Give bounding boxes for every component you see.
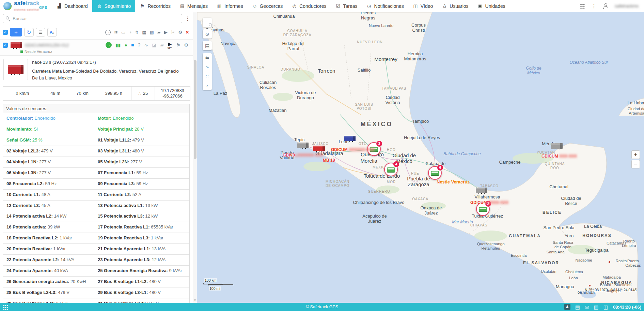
- map-scale: 100 km 100 mi: [203, 278, 233, 291]
- nav-tab-recorridos[interactable]: ⚑Recorridos: [135, 0, 175, 12]
- unit-name-redacted[interactable]: GDICUM0001250-012: [25, 43, 76, 48]
- media-icon[interactable]: ▨: [594, 305, 599, 310]
- sidebar-scrollbar[interactable]: ▼: [193, 12, 197, 303]
- quick-track-icon[interactable]: →: [105, 30, 111, 35]
- question-icon[interactable]: ?: [138, 43, 140, 47]
- sensor-cell: 31 Bus B voltage L2-N: 277 V: [94, 298, 189, 303]
- map-area[interactable]: ChihuahuaPiedras NegrasGuaymasNuevo Lare…: [197, 12, 644, 303]
- nav-tab-notificaciones[interactable]: ◷Notificaciones: [362, 0, 408, 12]
- playback-icon[interactable]: ▶: [164, 30, 168, 34]
- unit-photo[interactable]: [3, 59, 28, 80]
- notes-icon[interactable]: ▤: [575, 305, 580, 310]
- close-icon[interactable]: ×: [186, 29, 189, 35]
- gps-playback-icon[interactable]: ▶gps: [168, 42, 172, 48]
- map-unit-label[interactable]: GDICUM XXXXXX-XXX: [331, 147, 375, 152]
- nav-tab-conductores[interactable]: ◎Conductores: [287, 0, 331, 12]
- speed-value: 0 km/h: [3, 86, 42, 101]
- truck-marker-blue-leon[interactable]: [344, 136, 356, 141]
- sensor-cell: 28 Bus B voltage L2-L3: 479 V: [3, 287, 94, 298]
- expand-chevron-icon[interactable]: ›: [206, 83, 208, 88]
- nav-tab-mensajes[interactable]: ▤Mensajes: [175, 0, 212, 12]
- scrollbar-thumb[interactable]: [194, 60, 197, 159]
- map-search-icon[interactable]: [203, 18, 212, 27]
- zoom-out-button[interactable]: −: [631, 160, 640, 168]
- photos-icon[interactable]: ▨: [150, 30, 154, 34]
- logo-tagline: sistema satelital: [14, 8, 39, 11]
- battery-charge-icon[interactable]: ↯: [135, 30, 139, 34]
- wrench-icon[interactable]: ⚙: [178, 30, 182, 34]
- mileage-value: 70 km: [69, 86, 96, 101]
- search-options-icon[interactable]: ⋮: [185, 16, 190, 21]
- nav-tab-dashboard[interactable]: ▟Dashboard: [52, 0, 92, 12]
- measure-distance-icon[interactable]: ⇆: [205, 55, 209, 60]
- track-curve-icon[interactable]: ∿: [144, 43, 148, 47]
- gauge-icon[interactable]: ◔: [129, 30, 131, 34]
- moving-status-icon[interactable]: →: [106, 42, 112, 48]
- pause-status-icon[interactable]: ▮▮: [115, 43, 121, 47]
- film-events-icon[interactable]: ▦: [142, 30, 146, 34]
- truck-marker-grey-merida[interactable]: [551, 143, 563, 149]
- selected-square-icon[interactable]: ■: [131, 43, 134, 47]
- flag-icon[interactable]: ⚐: [171, 30, 175, 34]
- add-unit-button[interactable]: +: [10, 28, 22, 36]
- scroll-down-icon[interactable]: ▼: [193, 299, 197, 302]
- map-canvas[interactable]: [197, 12, 644, 303]
- nav-tab-informes[interactable]: ▥Informes: [212, 0, 247, 12]
- list-menu-button[interactable]: ☰: [36, 28, 45, 36]
- unit-checkbox[interactable]: ✓: [3, 43, 8, 48]
- truck-marker-red-guadalajara[interactable]: [313, 146, 325, 151]
- nav-tab-seguimiento[interactable]: ◍Seguimiento: [92, 0, 136, 12]
- apps-grid-icon[interactable]: [580, 3, 585, 9]
- unit-group-row: Nestle Veracruz: [20, 49, 190, 54]
- globe-tracking-icon: ◍: [97, 3, 102, 9]
- events-signal-icon[interactable]: ≋: [114, 30, 118, 34]
- messages-icon: ▤: [179, 3, 185, 9]
- monitor-icon[interactable]: ▭: [121, 30, 125, 34]
- sensor-row: 06 Voltaje L3N: 277 V07 Frecuencia L1: 5…: [3, 168, 189, 179]
- map-unit-label[interactable]: GDICUM XXX-XXX: [541, 154, 577, 159]
- nav-tab-usuarios[interactable]: ♙Usuarios: [437, 0, 473, 12]
- cluster-tool-icon[interactable]: ∷: [206, 74, 208, 79]
- search-input[interactable]: [3, 14, 182, 23]
- camera-icon[interactable]: ▰: [157, 30, 161, 34]
- panel-icon[interactable]: ◫: [603, 305, 608, 310]
- username-redacted[interactable]: safetrackmx: [615, 3, 639, 9]
- overflow-menu-icon[interactable]: ⋮: [591, 3, 597, 9]
- account-icon[interactable]: [603, 3, 609, 9]
- nav-tab-vídeo[interactable]: ◫Vídeo: [408, 0, 438, 12]
- sort-button[interactable]: A↓: [47, 28, 57, 36]
- unit-flag-icon[interactable]: ⚑: [176, 43, 180, 47]
- video-camera-icon[interactable]: ▰: [160, 43, 164, 47]
- nav-tab-label: Notificaciones: [374, 3, 404, 9]
- truck-marker-grey-puerto-vallarta[interactable]: [297, 143, 309, 148]
- top-navigation: safetrack sistema satelitalGPS ▟Dashboar…: [0, 0, 644, 12]
- sensor-row: 30 Bus B voltage L1-N: 277 V31 Bus B vol…: [3, 298, 189, 303]
- status-apps-grid-icon[interactable]: [3, 305, 8, 310]
- select-all-checkbox[interactable]: ✓: [3, 30, 8, 35]
- map-unit-label[interactable]: GDIV0LXXXXXX-XXX: [283, 153, 323, 158]
- sensor-row: 16 Potencia activa: 39 kW17 Potencia Rea…: [3, 222, 189, 233]
- map-unit-label[interactable]: MB 18: [323, 158, 335, 163]
- driver-badge-icon[interactable]: ♟: [564, 304, 570, 310]
- nav-tab-tareas[interactable]: ☑Tareas: [331, 0, 362, 12]
- brand-logo[interactable]: safetrack sistema satelitalGPS: [0, 0, 52, 12]
- zoom-in-button[interactable]: +: [631, 150, 640, 159]
- photo-icon[interactable]: ◪: [152, 43, 156, 47]
- alarm-icon: ◷: [366, 3, 372, 9]
- connection-dot-icon[interactable]: ●: [124, 43, 127, 47]
- unit-list-item[interactable]: ✓ GDICUM0001250-012 →▮▮●■?∿◪▰▶gps⚑⚙ Nest…: [0, 40, 193, 56]
- visibility-eye-icon[interactable]: ⊙: [203, 29, 212, 39]
- truck-marker-grey-villahermosa[interactable]: [476, 188, 487, 193]
- map-layers-icon[interactable]: ▤: [203, 41, 212, 50]
- map-unit-label[interactable]: GDICUM XXXX-XXX: [470, 200, 508, 205]
- cluster-marker-xalapa[interactable]: 6: [428, 166, 442, 180]
- nav-tab-geocercas[interactable]: ◇Geocercas: [247, 0, 287, 12]
- route-tool-icon[interactable]: ∿: [205, 64, 209, 70]
- cluster-marker-toluca[interactable]: 4: [384, 163, 398, 176]
- map-unit-label[interactable]: Nestle Veracruz: [437, 179, 470, 184]
- nav-tab-label: Geocercas: [260, 3, 283, 9]
- unit-wrench-icon[interactable]: ⚙: [184, 43, 188, 47]
- mail-icon[interactable]: ✉: [585, 305, 589, 310]
- refresh-button[interactable]: ↻: [24, 28, 34, 36]
- nav-tab-unidades[interactable]: ▣Unidades: [473, 0, 510, 12]
